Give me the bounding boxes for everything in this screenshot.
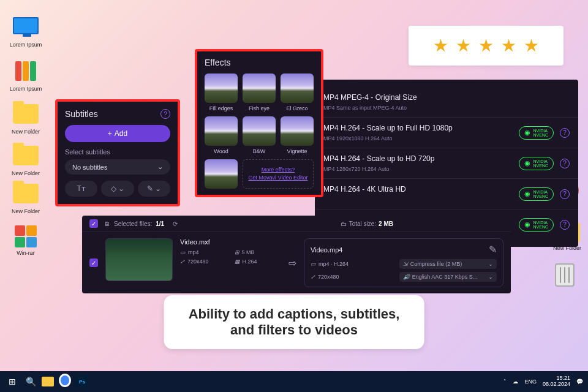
add-subtitle-button[interactable]: + Add xyxy=(65,125,170,142)
star-icon: ★ xyxy=(433,36,448,56)
subtitle-select[interactable]: No subtitles ⌄ xyxy=(65,159,170,175)
tray-chevron-icon[interactable]: ˄ xyxy=(503,379,507,385)
help-icon[interactable]: ? xyxy=(560,189,570,199)
effect-item[interactable]: Fish eye xyxy=(243,74,276,111)
nvidia-icon: ◉ xyxy=(524,160,530,167)
language-indicator[interactable]: ENG xyxy=(524,379,537,385)
nvidia-badge: ◉NVIDIA NVENC xyxy=(519,187,554,201)
effect-item[interactable]: B&W xyxy=(243,116,276,154)
nvidia-badge: ◉NVIDIA NVENC xyxy=(519,218,554,232)
fill-tool-button[interactable]: ◇⌄ xyxy=(101,181,134,197)
rating-card: ★ ★ ★ ★ ★ xyxy=(409,26,564,66)
source-file-info: Video.mxf ▭mp4 ⊞5 MB ⤢720x480 ▦H.264 xyxy=(180,238,281,287)
video-thumbnail[interactable] xyxy=(105,238,173,281)
text-tool-button[interactable]: T⁠ᴛ xyxy=(65,181,97,197)
icon-label: Win-rar xyxy=(7,250,44,256)
notifications-icon[interactable]: 💬 xyxy=(576,379,583,385)
effect-item[interactable]: Vignette xyxy=(281,116,314,154)
effect-item[interactable]: Wood xyxy=(205,116,238,154)
icon-label: Lorem Ipsum xyxy=(7,86,44,92)
help-icon[interactable]: ? xyxy=(560,159,570,168)
nvidia-badge: ◉NVIDIA NVENC xyxy=(519,157,554,170)
refresh-icon[interactable]: ⟳ xyxy=(173,221,178,227)
nvidia-icon: ◉ xyxy=(524,129,530,136)
chevron-down-icon: ⌄ xyxy=(488,261,493,267)
format-icon: ▭ xyxy=(180,249,186,255)
star-icon: ★ xyxy=(501,36,516,56)
text-icon: T⁠ᴛ xyxy=(77,184,85,193)
nvidia-icon: ◉ xyxy=(524,221,530,228)
pencil-icon: ✎ xyxy=(147,184,153,193)
compress-select[interactable]: ⇲Compress file (2 MB)⌄ xyxy=(399,259,497,269)
desktop-icon-folder[interactable]: New Folder xyxy=(7,184,44,214)
file-conversion-bar: ✓ 🗎 Selected files: 1/1 ⟳ 🗀 Total size: … xyxy=(82,216,511,293)
select-all-checkbox[interactable]: ✓ xyxy=(89,219,98,228)
search-button[interactable]: 🔍 xyxy=(23,374,38,389)
compress-icon: ⇲ xyxy=(403,261,408,267)
res-icon: ⤢ xyxy=(180,258,185,265)
convert-arrow-icon: ⇨ xyxy=(288,238,296,287)
subtitles-title: Subtitles xyxy=(65,109,98,119)
clock[interactable]: 15:21 08.02.2024 xyxy=(543,375,570,388)
taskbar-explorer[interactable] xyxy=(42,377,54,386)
folder-icon: 🗀 xyxy=(341,221,347,227)
effect-more[interactable] xyxy=(205,159,238,189)
effect-item[interactable]: El Greco xyxy=(281,74,314,111)
desktop-icon-trash[interactable] xyxy=(546,263,583,287)
res-icon: ⤢ xyxy=(311,274,315,280)
effects-title: Effects xyxy=(205,58,314,67)
format-row[interactable]: MP4 H.264 - 4K Ultra HD ◉NVIDIA NVENC ? xyxy=(315,179,578,209)
star-icon: ★ xyxy=(478,36,494,56)
chevron-down-icon: ⌄ xyxy=(118,184,124,193)
select-subtitles-label: Select subtitles xyxy=(65,148,170,156)
taskbar: ⊞ 🔍 Ps ˄ ☁ ENG 15:21 08.02.2024 💬 xyxy=(0,371,588,392)
paint-icon: ◇ xyxy=(111,184,116,193)
format-row[interactable]: MP4 MPEG-4 - Original Size MP4 Same as i… xyxy=(315,87,578,118)
effects-panel: Effects Fill edges Fish eye El Greco Woo… xyxy=(195,49,323,197)
destination-file-info: Video.mp4 ✎ ▭mp4 · H.264 ⇲Compress file … xyxy=(304,238,503,287)
edit-tool-button[interactable]: ✎⌄ xyxy=(138,181,170,197)
file-icon: 🗎 xyxy=(104,221,110,227)
desktop-icon-folder[interactable]: New Folder xyxy=(7,146,44,176)
plus-icon: + xyxy=(108,129,112,138)
subtitles-panel: Subtitles ? + Add Select subtitles No su… xyxy=(55,99,180,206)
icon-label: New Folder xyxy=(7,129,44,135)
desktop-icon-pc[interactable]: Lorem Ipsum xyxy=(7,17,44,48)
nvidia-badge: ◉NVIDIA NVENC xyxy=(519,126,554,140)
effect-item[interactable]: Fill edges xyxy=(205,74,238,111)
chevron-down-icon: ⌄ xyxy=(155,184,161,193)
more-effects-link[interactable]: More effects? Get Movavi Video Editor xyxy=(243,159,314,189)
star-icon: ★ xyxy=(456,36,471,56)
help-icon[interactable]: ? xyxy=(560,128,570,138)
audio-select[interactable]: 🔊English AAC 317 Kbps S...⌄ xyxy=(399,272,497,282)
desktop-icon-winrar[interactable]: Win-rar xyxy=(7,225,44,256)
audio-icon: 🔊 xyxy=(403,274,410,280)
star-icon: ★ xyxy=(524,36,539,56)
format-icon: ▭ xyxy=(311,261,316,267)
help-icon[interactable]: ? xyxy=(160,109,170,119)
desktop-icon-folder[interactable]: New Folder xyxy=(7,104,44,135)
chevron-down-icon: ⌄ xyxy=(488,274,493,280)
chevron-down-icon: ⌄ xyxy=(157,163,163,171)
file-checkbox[interactable]: ✓ xyxy=(89,258,98,267)
start-button[interactable]: ⊞ xyxy=(5,374,20,389)
edit-icon[interactable]: ✎ xyxy=(489,244,497,255)
icon-label: New Folder xyxy=(7,208,44,214)
format-row[interactable]: MP4 H.264 - Scale up to HD 720p MP4 1280… xyxy=(315,148,578,179)
codec-icon: ▦ xyxy=(235,258,240,265)
taskbar-chrome[interactable] xyxy=(58,374,72,389)
tray-icon[interactable]: ☁ xyxy=(513,379,518,385)
help-icon[interactable]: ? xyxy=(560,220,570,230)
taskbar-photoshop[interactable]: Ps xyxy=(76,375,88,388)
icon-label: Lorem Ipsum xyxy=(7,42,44,48)
feature-caption: Ability to add captions, subtitles, and … xyxy=(164,295,424,349)
icon-label: New Folder xyxy=(7,170,44,176)
format-row[interactable]: MP4 H.264 - Scale up to Full HD 1080p MP… xyxy=(315,118,578,148)
desktop-icon-binders[interactable]: Lorem Ipsum xyxy=(7,61,44,92)
nvidia-icon: ◉ xyxy=(524,190,530,197)
size-icon: ⊞ xyxy=(235,249,239,255)
